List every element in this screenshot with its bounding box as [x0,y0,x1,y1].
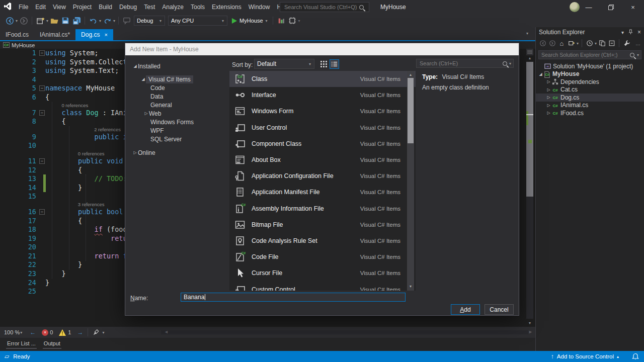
collapse-all-icon[interactable] [607,39,616,48]
expanded-expander-icon[interactable]: ◢ [140,77,146,81]
sync-with-active-document-icon[interactable] [598,39,606,48]
navigate-forward-icon[interactable] [19,16,28,25]
tree-item-dog-cs[interactable]: ▷C#Dog.cs [536,94,644,102]
line-number[interactable]: 20 [0,243,36,252]
split-window-handle[interactable] [526,49,533,55]
redo-icon[interactable] [103,16,112,25]
scroll-up-icon[interactable]: ▴ [407,72,414,78]
tree-item-ianimal-cs[interactable]: ▷C#IAnimal.cs [536,102,644,110]
line-number[interactable]: 19 [0,234,36,243]
line-number[interactable]: 21 [0,252,36,261]
template-item-application-configuration-file[interactable]: Application Configuration FileVisual C# … [229,168,416,184]
scroll-up-icon[interactable]: ▴ [526,55,533,61]
menu-extensions[interactable]: Extensions [208,0,245,14]
expanded-expander-icon[interactable]: ◢ [132,64,138,68]
quick-search-box[interactable] [280,2,369,12]
fold-marker-icon[interactable]: − [39,209,45,215]
template-list-scrollbar[interactable]: ▴ ▾ [407,71,414,291]
menu-project[interactable]: Project [69,0,95,14]
fold-marker-icon[interactable]: − [39,85,45,91]
save-all-icon[interactable] [72,16,81,25]
menu-test[interactable]: Test [140,0,158,14]
pin-icon[interactable] [628,29,633,36]
collapsed-expander-icon[interactable]: ▷ [546,87,551,92]
source-control-dropdown-icon[interactable]: ▴ [617,354,619,359]
collapsed-expander-icon[interactable]: ▷ [132,150,138,155]
line-number[interactable]: 13 [0,174,36,184]
line-number[interactable]: 11 [0,157,36,166]
start-debugging-button[interactable]: MyHouse ▾ [231,18,268,24]
clear-dropdown-icon[interactable]: ▾ [102,330,104,335]
home-icon[interactable]: ⌂ [557,39,566,48]
scrollbar-thumb[interactable] [408,78,414,143]
add-button[interactable]: Add [451,304,480,315]
run-dropdown-icon[interactable]: ▾ [266,19,268,23]
template-item-assembly-information-file[interactable]: C#Assembly Information FileVisual C# Ite… [229,201,416,217]
menu-debug[interactable]: Debug [116,0,140,14]
menu-analyze[interactable]: Analyze [158,0,187,14]
filter-dropdown-icon[interactable]: ▾ [595,41,597,46]
template-item-interface[interactable]: InterfaceVisual C# Items [229,87,416,103]
tree-item-myhouse[interactable]: ◢C#MyHouse [536,70,644,78]
fold-marker-icon[interactable]: − [39,110,45,116]
tab-dog-cs[interactable]: Dog.cs × [75,29,113,40]
fold-marker-icon[interactable]: − [39,50,45,56]
line-number[interactable]: 24 [0,279,36,288]
forward-icon[interactable] [548,39,556,48]
line-number[interactable]: 4 [0,75,36,84]
scroll-left-icon[interactable]: ◄ [164,329,169,334]
line-number[interactable]: 15 [0,192,36,201]
template-item-component-class[interactable]: Component ClassVisual C# Items [229,136,416,152]
line-number[interactable]: 23 [0,269,36,279]
breadcrumb-project[interactable]: MyHouse [12,42,35,48]
line-number[interactable]: 1 [0,49,36,58]
template-search-input[interactable] [417,60,503,66]
scroll-down-icon[interactable]: ▾ [407,284,414,290]
template-item-class[interactable]: C#ClassVisual C# Items [229,71,416,87]
tree-item-solution-myhouse-1-project[interactable]: ∞Solution 'MyHouse' (1 project) [536,62,644,70]
undo-dropdown-icon[interactable]: ▾ [99,19,101,23]
sort-by-dropdown[interactable]: Default▾ [254,59,314,69]
close-button[interactable]: × [622,0,644,14]
error-count[interactable]: 0 [50,329,53,335]
item-name-input[interactable] [181,293,406,302]
switch-views-icon[interactable] [567,39,576,48]
tab-ifood-cs[interactable]: IFood.cs [0,29,34,40]
line-number[interactable]: 9 [0,133,36,142]
selection-tool-icon[interactable] [288,16,297,25]
menu-build[interactable]: Build [95,0,116,14]
line-number[interactable]: 8 [0,117,36,126]
search-dropdown-icon[interactable]: ▾ [509,61,511,66]
line-number[interactable]: 16 [0,208,36,217]
tree-item-cat-cs[interactable]: ▷C#Cat.cs [536,86,644,94]
category-visual-c-items[interactable]: ◢Visual C# Items [125,75,229,83]
category-web[interactable]: ▷Web [125,109,229,118]
save-icon[interactable] [61,16,70,25]
line-number[interactable]: 2 [0,58,36,67]
category-installed[interactable]: ◢Installed [125,62,229,70]
live-unit-testing-icon[interactable] [277,16,286,25]
collapsed-expander-icon[interactable]: ▷ [546,103,551,108]
cancel-button[interactable]: Cancel [485,304,514,315]
menu-file[interactable]: File [15,0,32,14]
tree-item-dependencies[interactable]: ▷Dependencies [536,78,644,86]
previous-issue-icon[interactable]: ← [30,329,36,336]
line-number[interactable]: 17 [0,217,36,226]
collapsed-expander-icon[interactable]: ▷ [546,111,551,115]
template-item-custom-control[interactable]: Custom ControlVisual C# Items [229,281,416,291]
quick-search-input[interactable] [280,4,359,10]
menu-tools[interactable]: Tools [187,0,208,14]
scroll-right-icon[interactable]: ► [528,329,533,334]
line-number[interactable]: 22 [0,260,36,269]
next-issue-icon[interactable]: → [77,329,83,336]
restore-button[interactable] [600,0,622,14]
small-icons-view-icon[interactable] [319,59,328,68]
category-data[interactable]: Data [125,92,229,101]
notifications-bell-icon[interactable] [632,353,639,360]
navigate-back-dropdown-icon[interactable]: ▾ [16,19,18,23]
panel-dropdown-icon[interactable]: ▾ [621,30,624,35]
category-online[interactable]: ▷Online [125,148,229,157]
collapsed-expander-icon[interactable]: ▷ [143,111,149,116]
menu-window[interactable]: Window [245,0,274,14]
tab-output[interactable]: Output [43,340,61,349]
